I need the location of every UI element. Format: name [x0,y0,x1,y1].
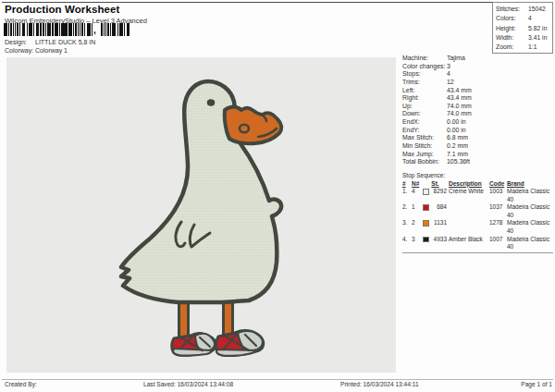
machine-info-row: Machine:Tajima [402,55,554,63]
stop-row-num: 3. [402,219,411,227]
barcode-comma: , [93,25,96,35]
thread-color-swatch [423,237,429,243]
machine-info-row: Up:74.0 mm [402,103,554,111]
page-title: Production Worksheet [5,4,119,15]
summary-row-zoom: Zoom: 1:1 [496,43,549,52]
machine-info-row: Max Stitch:6.8 mm [402,134,554,142]
col-header-n-num: N# [412,180,422,189]
barcode-bars-left [4,23,93,36]
machine-info-value: 0.2 mm [447,142,468,151]
machine-info-label: Max Jump: [402,151,447,159]
machine-info-row: Total Bobbin:105.36ft [402,158,554,166]
stop-row-n-num: 3 [412,236,422,244]
thread-color-swatch [423,204,429,211]
stop-row-brand: Madeira Classic 40 [507,236,555,251]
summary-value: 15042 [528,5,546,14]
thread-color-swatch [423,220,429,227]
summary-value: 5.82 in [528,24,547,33]
stop-row-st: 4933 [432,236,448,244]
summary-label: Stitches: [496,5,528,14]
footer-printed: Printed: 16/03/2024 13:44:11 [340,381,419,387]
summary-value: 4 [528,14,532,23]
colorway-label: Colorway: [5,47,35,54]
stop-row-code: 1037 [489,203,506,212]
machine-info-value: 74.0 mm [447,103,472,111]
col-header-description: Description [449,180,488,189]
machine-info-label: Left: [402,87,447,95]
machine-info-label: Stops: [402,70,447,79]
machine-info-row: EndY:0.00 in [402,127,554,135]
machine-info-row: Right:43.4 mm [402,94,554,103]
machine-info-row: EndX:0.00 in [402,118,554,127]
machine-info-label: Max Stitch: [402,134,447,142]
summary-row-stitches: Stitches: 15042 [496,5,549,14]
summary-row-width: Width: 3.41 in [496,33,549,43]
stop-row-description: Crème White [449,188,488,196]
machine-info-label: EndX: [402,118,447,127]
summary-value: 3.41 in [528,33,547,43]
machine-info-row: Min Stitch:0.2 mm [402,142,554,151]
stop-row-brand: Madeira Classic 40 [507,203,555,219]
stop-row-code: 1007 [489,236,506,244]
machine-info-value: 3 [447,63,450,71]
summary-value: 1:1 [528,43,536,52]
machine-info-value: 7.1 mm [447,151,468,159]
machine-info-row: Stops:4 [402,70,554,79]
machine-info-row: Trims:12 [402,79,554,87]
thread-color-swatch [423,189,429,195]
duck-embroidery-image [6,57,396,373]
machine-info-value: 12 [447,79,454,87]
col-header-code: Code [489,180,506,189]
footer-page-number: Page 1 of 1 [521,381,552,387]
barcode-bars-right [101,23,131,36]
top-divider [2,2,553,3]
duck-leg-left [179,300,189,338]
stop-row-description: Amber Black [449,236,488,244]
machine-info-label: Right: [402,94,447,103]
duck-beak [225,107,281,144]
design-label: Design: [5,39,35,45]
stop-row-st: 1131 [432,219,448,227]
stop-row-code: 1278 [489,219,506,227]
machine-info-row: Left:43.4 mm [402,87,554,95]
machine-info-label: Down: [402,110,447,118]
duck-beak-nostril [240,125,249,132]
stop-row-n-num: 4 [412,188,422,196]
summary-row-colors: Colors: 4 [496,14,549,23]
machine-info-value: 43.4 mm [447,87,472,95]
machine-info-label: Min Stitch: [402,142,447,151]
summary-label: Height: [496,24,528,33]
duck-leg-right [224,300,233,337]
summary-row-height: Height: 5.82 in [496,24,549,33]
footer-last-saved: Last Saved: 16/03/2024 13:44:08 [143,381,233,387]
col-header-brand: Brand [507,180,555,189]
stop-row-brand: Madeira Classic 40 [507,219,555,235]
footer-divider [2,379,553,380]
stop-row-num: 1. [402,188,411,196]
machine-info-value: 43.4 mm [447,94,472,103]
machine-info-label: Up: [402,103,447,111]
stop-row-brand: Madeira Classic 40 [507,188,555,203]
machine-info-label: Color changes: [402,63,447,71]
stop-row-n-num: 2 [412,219,422,227]
machine-info-panel: Machine:TajimaColor changes:3Stops:4Trim… [402,55,554,166]
machine-info-row: Max Jump:7.1 mm [402,151,554,159]
stop-row-st: 8292 [432,188,448,196]
machine-info-value: 0.00 in [447,127,466,135]
summary-label: Width: [496,33,528,43]
machine-info-value: 74.0 mm [447,110,472,118]
stop-sequence-table: # N# St. Description Code Brand 1.48292C… [402,180,555,251]
barcode: , [4,23,133,36]
machine-info-label: Total Bobbin: [402,158,447,166]
machine-info-label: EndY: [402,127,447,135]
stop-sequence-panel: Stop Sequence: # N# St. Description Code… [402,171,555,253]
duck-shoe-right [216,331,264,356]
production-worksheet-page: { "header": { "title": "Production Works… [0,0,555,392]
summary-label: Colors: [496,14,528,23]
machine-info-row: Down:74.0 mm [402,110,554,118]
footer-created-by: Created By: [5,381,37,387]
machine-info-value: 6.8 mm [447,134,468,142]
machine-info-value: 0.00 in [447,118,466,127]
stop-sequence-title: Stop Sequence: [402,171,555,180]
summary-label: Zoom: [496,43,528,52]
